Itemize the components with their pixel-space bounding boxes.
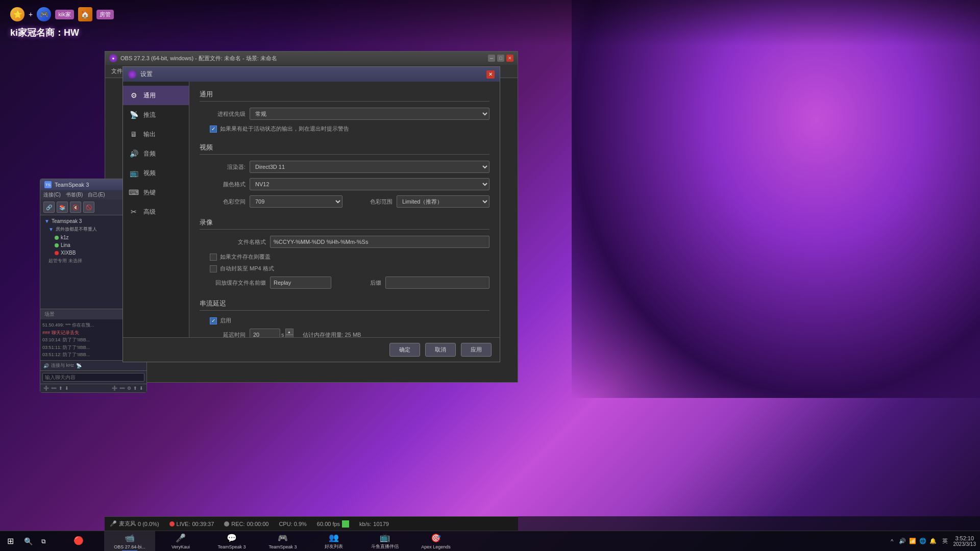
settings-delay-enable-checkbox[interactable]: ✓ — [210, 317, 217, 324]
taskbar-app-apex[interactable]: 🎯 Apex Legends — [410, 531, 461, 552]
settings-body: ⚙ 通用 📡 推流 🖥 输出 🔊 音频 📺 视频 ⌨ 热键 — [123, 82, 500, 337]
ts-add-source-btn[interactable]: ➕ — [112, 386, 117, 391]
settings-replay-prefix-input[interactable] — [270, 277, 331, 289]
obs-close-btn[interactable]: ✕ — [506, 55, 513, 62]
settings-nav-output-label: 输出 — [143, 130, 156, 139]
settings-delay-enable-row: ✓ 启用 — [200, 317, 489, 324]
kb-value: 10179 — [373, 521, 389, 527]
taskbar-apps: 🔴 📹 OBS 27.64-bi... 🎤 VeryKaui 💬 TeamSpe… — [51, 531, 884, 552]
settings-general-title: 通用 — [200, 90, 489, 102]
settings-title-area: 设置 — [128, 70, 153, 79]
ts-mute-btn[interactable]: 🔇 — [70, 202, 81, 213]
settings-colorrange-select[interactable]: Limited（推荐） — [397, 195, 489, 208]
taskbar-app-douyu[interactable]: 📺 斗鱼直播伴侣 — [359, 531, 410, 552]
teamspeak-chat-input[interactable] — [42, 373, 144, 382]
start-button[interactable]: ⊞ — [0, 531, 20, 552]
ts-block-btn[interactable]: 🚫 — [83, 202, 94, 213]
ts-menu-bookmarks[interactable]: 书签(B) — [66, 191, 83, 198]
settings-warning-checkbox[interactable]: ✓ — [210, 126, 217, 133]
settings-delay-value[interactable] — [250, 329, 280, 337]
settings-close-button[interactable]: ✕ — [486, 70, 495, 79]
ts-remove-scene-btn[interactable]: ➖ — [51, 386, 57, 391]
settings-colorformat-select[interactable]: NV12 — [250, 178, 489, 190]
tray-icon-1[interactable]: 🔊 — [898, 537, 906, 545]
obs-titlebar[interactable]: ● OBS 27.2.3 (64-bit, windows) - 配置文件: 未… — [105, 52, 518, 65]
settings-filename-input[interactable] — [270, 236, 489, 248]
ts-remove-source-btn[interactable]: ➖ — [119, 386, 125, 391]
ts-up-source-btn[interactable]: ⬆ — [133, 386, 137, 391]
settings-nav-video[interactable]: 📺 视频 — [123, 163, 189, 183]
task-view-button[interactable]: ⧉ — [36, 534, 51, 549]
obs-logo: ● — [109, 54, 117, 62]
settings-warning-row: ✓ 如果果有处于活动状态的输出，则在退出时提示警告 — [200, 125, 489, 133]
settings-colorspace-row: 色彩空间 709 色彩范围 Limited（推荐） — [200, 195, 489, 208]
fps-bar — [342, 520, 349, 528]
settings-nav-general[interactable]: ⚙ 通用 — [123, 86, 189, 105]
settings-priority-select[interactable]: 常规 — [250, 108, 489, 120]
tray-icon-2[interactable]: 📶 — [909, 537, 917, 545]
tray-icon-3[interactable]: 🌐 — [919, 537, 927, 545]
settings-replay-suffix-input[interactable] — [385, 277, 489, 289]
ts-user-k1z-status — [55, 236, 59, 240]
taskbar-app-friends[interactable]: 👥 好友列表 — [308, 531, 359, 552]
ts-wifi-icon: 📡 — [76, 363, 82, 368]
obs-minimize-btn[interactable]: ─ — [488, 55, 495, 62]
settings-delay-up-btn[interactable]: ▲ — [285, 329, 293, 335]
ts-down-source-btn[interactable]: ⬇ — [139, 386, 143, 391]
settings-nav-general-label: 通用 — [143, 91, 156, 100]
taskbar-app-music[interactable]: 🔴 — [53, 531, 104, 552]
kb-label: kb/s: — [359, 521, 371, 527]
language-indicator[interactable]: 英 — [941, 537, 949, 545]
tray-expand-icon[interactable]: ^ — [888, 537, 896, 545]
cpu-indicator: CPU: 0.9% — [279, 521, 306, 527]
live-indicator: LIVE: 00:39:37 — [169, 521, 214, 527]
rec-time: 00:00:00 — [247, 521, 269, 527]
settings-renderer-select[interactable]: Direct3D 11 — [250, 161, 489, 173]
settings-dialog: 设置 ✕ ⚙ 通用 📡 推流 🖥 输出 🔊 音频 📺 — [122, 66, 500, 362]
settings-colorspace-select[interactable]: 709 — [250, 195, 342, 208]
settings-filename-row: 文件名格式 — [200, 236, 489, 248]
settings-nav-output[interactable]: 🖥 输出 — [123, 124, 189, 144]
settings-nav-hotkeys[interactable]: ⌨ 热键 — [123, 183, 189, 202]
audio-icon: 🔊 — [129, 149, 138, 158]
ts-connect-btn[interactable]: 🔗 — [43, 202, 55, 213]
taskbar-clock[interactable]: 3:52:10 2023/3/13 — [949, 535, 981, 547]
ts-add-scene-btn[interactable]: ➕ — [43, 386, 49, 391]
settings-overwrite-checkbox[interactable] — [210, 254, 217, 261]
settings-mp4-checkbox[interactable] — [210, 265, 217, 272]
tray-notification-icon[interactable]: 🔔 — [929, 537, 937, 545]
ts-settings-btn[interactable]: ⚙ — [127, 386, 131, 391]
settings-overwrite-row: 如果文件存在则覆盖 — [200, 253, 489, 261]
settings-memory-label: 估计内存使用量: 25 MB — [303, 331, 361, 338]
star-icon: ⭐ — [10, 7, 24, 21]
settings-ok-button[interactable]: 确定 — [389, 343, 420, 357]
ts-user-xixbb-name: XIXBB — [61, 250, 76, 256]
search-button[interactable]: 🔍 — [20, 534, 36, 549]
ts-up-scene-btn[interactable]: ⬆ — [59, 386, 63, 391]
ts-sound-icon: 🔊 — [43, 363, 49, 368]
settings-nav-stream-label: 推流 — [143, 111, 156, 119]
settings-nav-advanced[interactable]: ✂ 高级 — [123, 202, 189, 221]
ts-user-k1z-name: k1z — [61, 235, 69, 240]
ts-menu-self[interactable]: 自己(E) — [88, 191, 105, 198]
output-icon: 🖥 — [129, 130, 138, 139]
obs-maximize-btn[interactable]: □ — [497, 55, 504, 62]
settings-delay-unit: s — [281, 332, 284, 337]
taskbar-app-verykaui[interactable]: 🎤 VeryKaui — [155, 531, 206, 552]
taskbar-app-teamspeak[interactable]: 💬 TeamSpeak 3 — [206, 531, 257, 552]
settings-cancel-button[interactable]: 取消 — [425, 343, 456, 357]
taskbar-app-steam[interactable]: 🎮 TeamSpeak 3 — [257, 531, 308, 552]
ts-down-scene-btn[interactable]: ⬇ — [65, 386, 69, 391]
settings-priority-row: 进程优先级 常规 — [200, 108, 489, 120]
settings-nav-audio[interactable]: 🔊 音频 — [123, 144, 189, 163]
settings-nav-stream[interactable]: 📡 推流 — [123, 105, 189, 124]
ts-menu-connect[interactable]: 连接(C) — [43, 191, 61, 198]
ts-bookmarks-btn[interactable]: 📚 — [57, 202, 68, 213]
verykaui-app-icon: 🎤 — [176, 533, 186, 543]
teamspeak-app-label: TeamSpeak 3 — [217, 544, 246, 549]
taskbar-app-obs[interactable]: 📹 OBS 27.64-bi... — [104, 531, 155, 552]
kb-indicator: kb/s: 10179 — [359, 521, 389, 527]
settings-apply-button[interactable]: 应用 — [461, 343, 492, 357]
settings-colorspace-label: 色彩空间 — [200, 198, 246, 206]
settings-titlebar[interactable]: 设置 ✕ — [123, 67, 500, 82]
